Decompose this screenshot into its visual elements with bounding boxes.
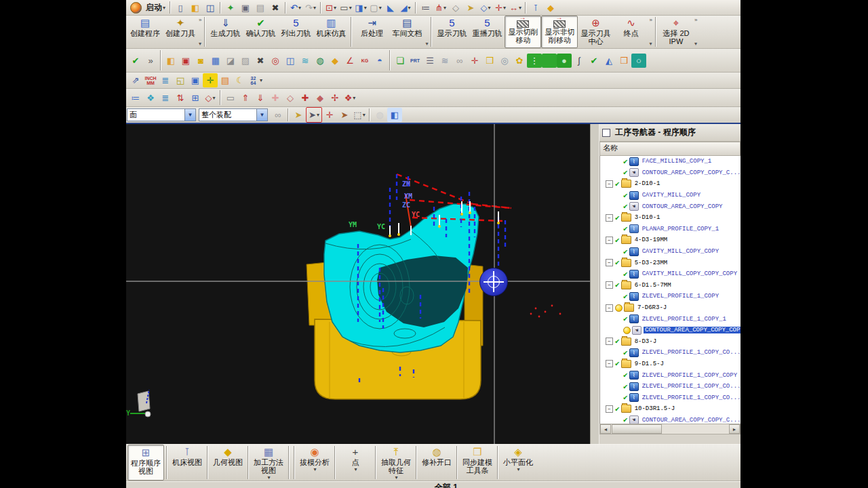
chevron-down-icon[interactable]: ▾ [408,5,411,11]
open-folder-icon[interactable]: ◧ [188,1,203,15]
op-cavity-mill-copy-copy[interactable]: ✔⌇CAVITY_MILL_COPY_COPY [600,246,741,258]
show-face-icon[interactable]: ▨ [238,54,253,68]
group-10-d3r1-5-j[interactable]: −✔10-D3R1.5-J [600,403,741,415]
snap-point-icon[interactable]: ➤ [291,108,306,122]
chevron-down-icon[interactable]: ▾ [503,5,506,11]
tree-expander-icon[interactable]: − [606,180,613,188]
touch-select-icon[interactable]: ➤ [463,1,478,15]
chevron-down-icon[interactable]: ▾ [364,5,367,11]
group-expander[interactable]: »▾ [694,16,698,48]
fit-view-icon[interactable]: ⊡▾ [323,1,338,15]
snapshot-icon[interactable]: ◓ [372,54,387,68]
layers-icon[interactable]: ≣ [158,91,173,105]
group-6-d1-5-7mm[interactable]: −✔6-D1.5-7MM [600,280,741,291]
machining-method-view-button[interactable]: ▦加工方法 视图▾ [251,445,286,481]
program-order-view-button[interactable]: ⊞程序顺序 视图 [127,445,164,481]
pattern-icon[interactable]: ◇ [448,1,463,15]
show-tool-center-button[interactable]: ⊕显示刀具 中心 [578,16,613,48]
panel-pin-icon[interactable] [602,129,610,137]
angle-ruler-icon[interactable]: ∠ [342,54,357,68]
calculator-icon[interactable]: ▤ [218,73,233,87]
chevron-down-icon[interactable]: ▼ [256,109,267,121]
chevron-down-icon[interactable]: ▾ [313,466,316,472]
center-circle-icon[interactable]: ◎ [268,54,283,68]
wireframe-cube-icon[interactable]: ◫ [283,54,298,68]
add-diamond-layer-icon[interactable]: ◆ [313,91,328,105]
link-icon[interactable]: ∞ [452,54,467,68]
fraction-32-64-icon[interactable]: 32 64▾ [248,73,262,87]
bounding-box-icon[interactable]: ◇▾ [478,1,493,15]
shaded-cube-icon[interactable]: ◧ [387,108,402,122]
chevron-down-icon[interactable]: ▾ [313,5,316,11]
color-wand-icon[interactable]: ≋ [298,54,313,68]
create-tool-button[interactable]: ✦创建刀具 [163,16,198,48]
start-menu-button[interactable]: 启动 ▾ [144,1,167,14]
replay-toolpath-button[interactable]: 5重播刀轨 [469,16,505,48]
op-zlevel-profile-1-copy-co-2[interactable]: ✔⌇ZLEVEL_PROFILE_1_COPY_CO... [600,381,741,392]
op-contour-area-copy-copy-c-2[interactable]: ✔☚CONTOUR_AREA_COPY_COPY_C... [600,415,741,424]
op-zlevel-profile-1-copy-co[interactable]: ✔⌇ZLEVEL_PROFILE_1_COPY_CO... [600,347,741,359]
pocket-icon[interactable]: ◙ [193,54,208,68]
flower-face-icon[interactable]: ✿ [512,54,527,68]
layer-transfer-icon[interactable]: ⇅ [173,91,188,105]
prt-transform-icon[interactable]: PRT [408,54,422,68]
tool-holder-icon[interactable]: ⊺ [528,1,543,15]
cursor-box-icon[interactable]: ➤▾ [306,107,322,123]
tree-expander-icon[interactable]: − [606,214,613,222]
op-contour-area-copy-copy-c[interactable]: ✔☚CONTOUR_AREA_COPY_COPY_C... [600,167,741,179]
group-7-d6r3-j[interactable]: −7-D6R3-J [600,302,741,314]
list-toolpath-button[interactable]: 5列出刀轨 [278,16,313,48]
move-down-layer-icon[interactable]: ⇓ [253,91,268,105]
op-cavity-mill-copy[interactable]: ✔⌇CAVITY_MILL_COPY [600,190,741,201]
group-expander[interactable]: »▾ [198,16,202,48]
scroll-left-icon[interactable]: ◄ [600,424,611,434]
show-cutting-moves-button[interactable]: 显示切削 移动 [505,16,541,48]
op-zlevel-profile-1-copy-1[interactable]: ✔⌇ZLEVEL_PROFILE_1_COPY_1 [600,313,741,325]
chevron-down-icon[interactable]: ▾ [517,466,519,472]
tree-expander-icon[interactable]: − [606,237,613,244]
group-expander[interactable]: ▾ [425,16,429,48]
pillar-icon[interactable] [542,54,557,68]
chevron-down-icon[interactable]: ▾ [488,5,491,11]
wcs-icon[interactable]: ✛▾ [493,1,508,15]
measure-icon[interactable]: ↔▾ [508,1,523,15]
display-monitor-icon[interactable]: ▣ [188,73,203,87]
chain-select-icon[interactable]: ∞ [271,108,285,122]
machine-simulation-button[interactable]: ▥机床仿真 [313,16,349,48]
plain-view-icon[interactable]: ▢▾ [368,1,383,15]
chevron-down-icon[interactable]: ▾ [443,5,446,11]
chevron-down-icon[interactable]: ▾ [334,5,336,11]
shaded-view-icon[interactable]: ◨▾ [353,1,368,15]
type-filter-dropdown[interactable]: 面 ▼ [127,108,196,121]
panel-splitter[interactable] [590,124,599,444]
op-zlevel-profile-1-copy-co-3[interactable]: ✔⌇ZLEVEL_PROFILE_1_COPY_CO... [600,392,741,403]
group-9-d1-5-j[interactable]: −✔9-D1.5-J [600,359,741,370]
spray-tool-icon[interactable]: ✦ [223,1,238,15]
group-5-d3-23mm[interactable]: −✔5-D3-23MM [600,257,741,268]
face-layers-icon[interactable]: ❖ [143,91,158,105]
chevron-down-icon[interactable]: ▾ [519,5,521,11]
boolean-circle-icon[interactable]: ○ [631,54,646,68]
layer-cube-icon[interactable]: ⊞ [188,91,203,105]
layer-ruler-icon[interactable]: ▭ [223,91,238,105]
tree-expander-icon[interactable]: − [606,259,613,266]
add-diamond2-layer-icon[interactable]: ❖▾ [342,91,357,105]
part-navigator-icon[interactable]: ☰ [422,54,437,68]
endpoint-button[interactable]: ∿终点 [613,16,648,48]
hide-face-icon[interactable]: ◪ [223,54,238,68]
green-chip-icon[interactable]: ● [557,54,572,68]
show-noncutting-moves-button[interactable]: 显示非切 削移动 [541,16,578,48]
snap-pattern-icon[interactable]: ◇▾ [203,91,218,105]
verify-toolpath-button[interactable]: ✔确认刀轨 [243,16,278,48]
units-inch-mm-icon[interactable]: INCH MM [143,73,158,87]
layer-settings-icon[interactable]: ≣ [158,73,173,87]
move-object-icon[interactable]: ❏ [393,54,408,68]
machine-tool-view-button[interactable]: ⊺机床视图 [170,445,205,481]
dxf-export-icon[interactable]: ⇗ [128,73,143,87]
patch-openings-button[interactable]: ◍修补开口 [419,445,454,481]
chevron-down-icon[interactable]: ▾ [317,112,319,118]
invert-shown-icon[interactable]: ✖ [253,54,268,68]
show-hide-icon[interactable]: ◧ [163,54,178,68]
copy-icon[interactable]: ▣ [238,1,253,15]
scrollbar-thumb[interactable] [612,424,662,434]
